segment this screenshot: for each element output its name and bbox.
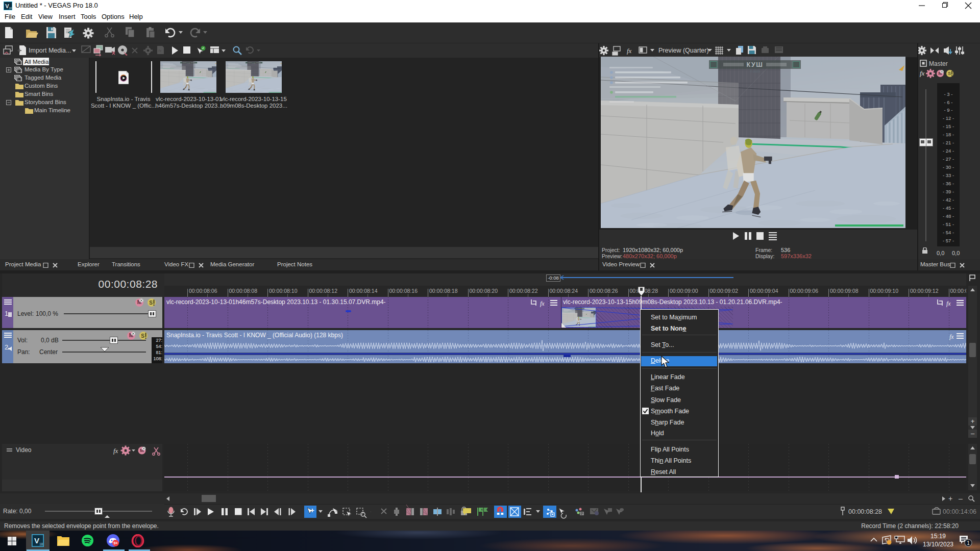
svg-text:S: S bbox=[141, 333, 144, 339]
svg-text:fx: fx bbox=[627, 47, 632, 55]
svg-text:1: 1 bbox=[967, 540, 970, 546]
svg-text:18: 18 bbox=[39, 542, 43, 546]
svg-text:S: S bbox=[149, 300, 153, 306]
svg-text:2: 2 bbox=[5, 343, 8, 351]
svg-text:1: 1 bbox=[5, 310, 8, 317]
svg-text:fx: fx bbox=[113, 447, 118, 455]
svg-text:Import Media...: Import Media... bbox=[29, 47, 71, 54]
svg-text:fx: fx bbox=[920, 69, 925, 77]
svg-text:fx: fx bbox=[540, 300, 545, 307]
svg-text:fx: fx bbox=[158, 48, 162, 53]
svg-text:fx: fx bbox=[946, 300, 951, 307]
svg-text:R: R bbox=[124, 449, 127, 453]
svg-text:18: 18 bbox=[9, 7, 12, 10]
svg-text:9+: 9+ bbox=[114, 541, 118, 545]
svg-text:S: S bbox=[948, 71, 951, 76]
svg-text:R: R bbox=[929, 72, 932, 76]
svg-text:fx: fx bbox=[949, 333, 954, 340]
svg-text:Preview (Quarter): Preview (Quarter) bbox=[658, 47, 709, 54]
svg-text:V: V bbox=[34, 536, 39, 545]
